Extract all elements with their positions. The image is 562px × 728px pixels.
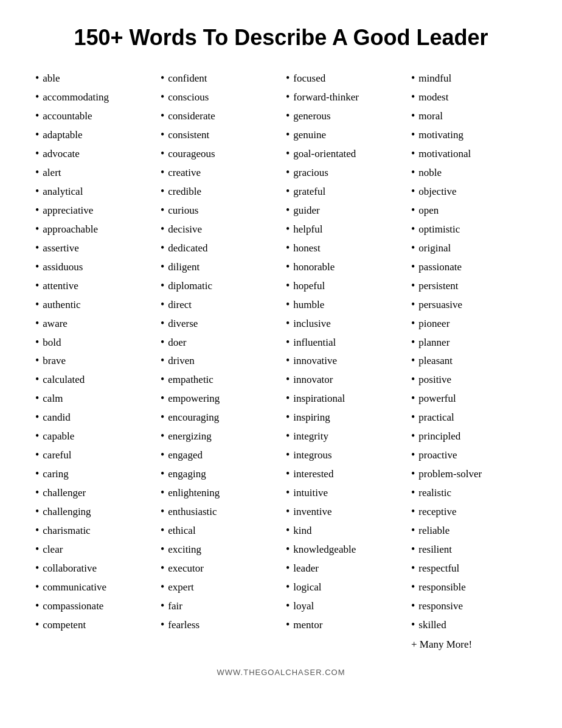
- list-item: innovative: [286, 351, 401, 370]
- list-item: focused: [286, 69, 401, 88]
- list-item: integrous: [286, 446, 401, 464]
- list-item: loyal: [286, 597, 401, 615]
- list-item: generous: [286, 107, 401, 125]
- list-item: clear: [35, 540, 151, 559]
- list-item: fair: [161, 597, 276, 615]
- list-item: approachable: [35, 220, 151, 239]
- page-title: 150+ Words To Describe A Good Leader: [30, 24, 532, 51]
- list-item: knowledgeable: [286, 540, 401, 559]
- list-item: inspirational: [286, 389, 401, 408]
- list-item: responsive: [411, 597, 527, 615]
- list-item: proactive: [411, 446, 527, 464]
- list-item: authentic: [35, 295, 151, 314]
- list-item: optimistic: [411, 220, 527, 239]
- list-item: challenging: [35, 502, 151, 521]
- list-item: leader: [286, 559, 401, 578]
- list-item: candid: [35, 408, 151, 427]
- list-item: charismatic: [35, 521, 151, 540]
- list-item: genuine: [286, 125, 401, 144]
- list-item: forward-thinker: [286, 88, 401, 107]
- list-item: enlightening: [161, 483, 276, 502]
- list-item: alert: [35, 163, 151, 182]
- list-item: intuitive: [286, 483, 401, 502]
- list-item: persistent: [411, 276, 527, 295]
- list-item: problem-solver: [411, 464, 527, 483]
- list-item: expert: [161, 578, 276, 597]
- list-item: calculated: [35, 370, 151, 389]
- list-item: humble: [286, 295, 401, 314]
- list-item: practical: [411, 408, 527, 427]
- list-item: collaborative: [35, 559, 151, 578]
- list-item: engaging: [161, 464, 276, 483]
- list-item: decisive: [161, 220, 276, 239]
- list-item: adaptable: [35, 125, 151, 144]
- list-item: capable: [35, 427, 151, 446]
- list-item: goal-orientated: [286, 144, 401, 163]
- list-item: realistic: [411, 483, 527, 502]
- list-item: open: [411, 201, 527, 220]
- list-item: courageous: [161, 144, 276, 163]
- list-item: persuasive: [411, 295, 527, 314]
- list-item: objective: [411, 182, 527, 201]
- list-item: encouraging: [161, 408, 276, 427]
- footer-url: WWW.THEGOALCHASER.COM: [30, 668, 532, 677]
- list-item: exciting: [161, 540, 276, 559]
- list-item: grateful: [286, 182, 401, 201]
- list-item: responsible: [411, 578, 527, 597]
- list-item: communicative: [35, 578, 151, 597]
- list-item: dedicated: [161, 239, 276, 257]
- list-item: modest: [411, 88, 527, 107]
- list-item: confident: [161, 69, 276, 88]
- list-item: inventive: [286, 502, 401, 521]
- list-item: curious: [161, 201, 276, 220]
- list-item: logical: [286, 578, 401, 597]
- list-item: motivating: [411, 125, 527, 144]
- list-item: positive: [411, 370, 527, 389]
- list-item: appreciative: [35, 201, 151, 220]
- list-item: empowering: [161, 389, 276, 408]
- list-item: executor: [161, 559, 276, 578]
- column-3: focusedforward-thinkergenerousgenuinegoa…: [281, 69, 406, 653]
- list-item: consistent: [161, 125, 276, 144]
- list-item: pleasant: [411, 351, 527, 370]
- list-item: mentor: [286, 615, 401, 634]
- list-item: assiduous: [35, 257, 151, 276]
- list-item: diplomatic: [161, 276, 276, 295]
- more-label: + Many More!: [411, 635, 527, 653]
- list-item: conscious: [161, 88, 276, 107]
- list-item: competent: [35, 615, 151, 634]
- word-columns: ableaccommodatingaccountableadaptableadv…: [30, 69, 532, 653]
- list-item: resilient: [411, 540, 527, 559]
- list-item: principled: [411, 427, 527, 446]
- list-item: credible: [161, 182, 276, 201]
- list-item: brave: [35, 351, 151, 370]
- list-item: empathetic: [161, 370, 276, 389]
- list-item: motivational: [411, 144, 527, 163]
- list-item: moral: [411, 107, 527, 125]
- list-item: assertive: [35, 239, 151, 257]
- list-item: advocate: [35, 144, 151, 163]
- list-item: aware: [35, 314, 151, 333]
- list-item: planner: [411, 333, 527, 352]
- list-item: innovator: [286, 370, 401, 389]
- list-item: considerate: [161, 107, 276, 125]
- list-item: receptive: [411, 502, 527, 521]
- list-item: analytical: [35, 182, 151, 201]
- list-item: passionate: [411, 257, 527, 276]
- column-4: mindfulmodestmoralmotivatingmotivational…: [406, 69, 532, 653]
- list-item: powerful: [411, 389, 527, 408]
- list-item: able: [35, 69, 151, 88]
- list-item: noble: [411, 163, 527, 182]
- list-item: kind: [286, 521, 401, 540]
- list-item: respectful: [411, 559, 527, 578]
- list-item: ethical: [161, 521, 276, 540]
- list-item: enthusiastic: [161, 502, 276, 521]
- list-item: interested: [286, 464, 401, 483]
- list-item: caring: [35, 464, 151, 483]
- column-2: confidentconsciousconsiderateconsistentc…: [156, 69, 281, 653]
- list-item: integrity: [286, 427, 401, 446]
- list-item: honest: [286, 239, 401, 257]
- list-item: diligent: [161, 257, 276, 276]
- column-1: ableaccommodatingaccountableadaptableadv…: [30, 69, 156, 653]
- list-item: helpful: [286, 220, 401, 239]
